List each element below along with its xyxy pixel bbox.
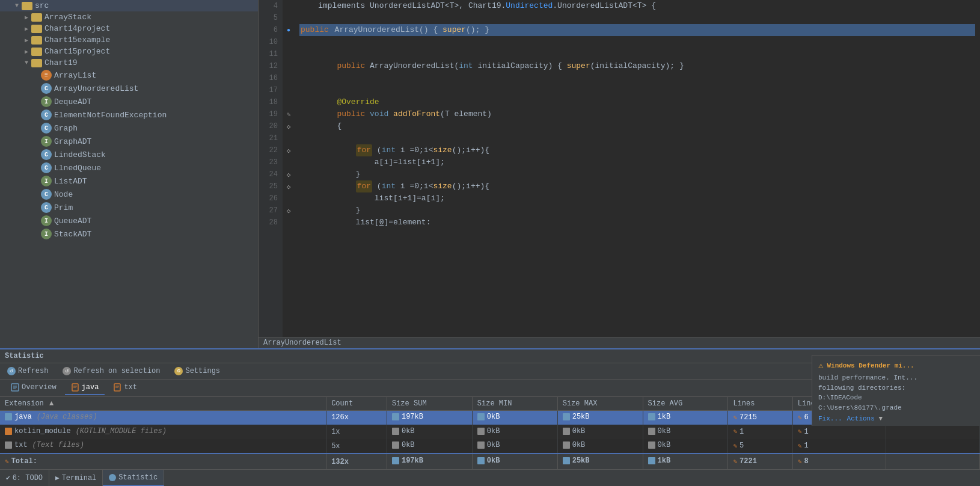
tree-item-chart15pr[interactable]: ▶ Chart15project	[0, 46, 258, 57]
breadcrumb-text: ArrayUnorderedList	[263, 339, 341, 347]
tree-item-lindedstack[interactable]: C LindedStack	[0, 148, 258, 161]
gutter-fold-25[interactable]: ◇	[283, 180, 295, 192]
col-sizeavg[interactable]: Size AVG	[643, 397, 728, 411]
class-icon-queueadt: I	[41, 215, 52, 226]
overview-tab-icon	[11, 383, 19, 392]
footer-sizesum: 197kB	[387, 454, 472, 469]
table-row-kotlin[interactable]: kotlin_module (KOTLIN_MODULE files) 1x 0…	[0, 425, 980, 439]
tree-label-chart15ex: Chart15example	[44, 35, 110, 45]
col-lines[interactable]: Lines	[728, 397, 792, 411]
settings-button[interactable]: ⚙ Settings	[172, 366, 222, 377]
tree-label-lindedstack: LindedStack	[54, 150, 106, 159]
tree-item-arrayunordered[interactable]: C ArrayUnorderedList	[0, 82, 258, 95]
tree-item-chart19[interactable]: ▼ Chart19	[0, 57, 258, 69]
tree-item-elementnotfound[interactable]: C ElementNotFoundException	[0, 108, 258, 122]
sizemin-java-icon	[477, 413, 485, 420]
code-line-21	[299, 132, 975, 144]
code-line-28: list[0]=element:	[299, 217, 975, 229]
tree-item-prim[interactable]: C Prim	[0, 201, 258, 214]
code-line-16	[299, 72, 975, 84]
breadcrumb: ArrayUnorderedList	[259, 337, 980, 348]
tree-item-arraystack[interactable]: ▶ ArrayStack	[0, 11, 258, 23]
sizemin-kotlin-icon	[477, 428, 485, 435]
sizemax-kotlin-icon	[563, 428, 570, 435]
sizeavg-txt-icon	[648, 441, 655, 449]
bottom-bar-terminal[interactable]: ▶ Terminal	[49, 470, 103, 486]
editor-gutter: ● ✎ ◇ ◇ ◇ ◇ ◇	[283, 0, 295, 337]
col-count[interactable]: Count	[326, 397, 387, 411]
tree-item-stackadt[interactable]: I StackADT	[0, 227, 258, 241]
tree-item-listADT[interactable]: I ListADT	[0, 174, 258, 188]
class-icon-stackadt: I	[41, 229, 52, 239]
gutter-fold-24[interactable]: ◇	[283, 168, 295, 180]
tree-item-dequeadt[interactable]: I DequeADT	[0, 95, 258, 108]
footer-sizemax-icon	[563, 457, 570, 464]
tree-label-arraylist: ArrayList	[54, 71, 96, 80]
footer-linesmax	[886, 454, 980, 469]
tree-item-chart14[interactable]: ▶ Chart14project	[0, 23, 258, 34]
col-sizemax[interactable]: Size MAX	[557, 397, 643, 411]
tree-label-graph: Graph	[54, 124, 78, 133]
table-row-txt[interactable]: txt (Text files) 5x 0kB 0kB 0kB	[0, 439, 980, 454]
footer-linesmin: ✎ 8	[792, 454, 886, 469]
tab-txt[interactable]: txt	[107, 381, 143, 395]
tree-item-arraylist[interactable]: ≡ ArrayList	[0, 69, 258, 82]
cell-lines-txt: ✎ 5	[728, 439, 792, 454]
fix-link[interactable]: Fix...	[818, 415, 842, 422]
code-line-27: }	[299, 205, 975, 217]
warning-icon: ⚠	[818, 360, 823, 371]
col-sizesum[interactable]: Size SUM	[387, 397, 472, 411]
java-ext-name: java	[14, 413, 32, 421]
col-extension[interactable]: Extension ▲	[0, 397, 326, 411]
arrow-chart15ex: ▶	[22, 37, 31, 44]
gutter-fold-27[interactable]: ◇	[283, 205, 295, 217]
tree-item-graph[interactable]: C Graph	[0, 122, 258, 135]
cell-lines-kotlin: ✎ 1	[728, 425, 792, 439]
tree-item-llnedqueue[interactable]: C LlnedQueue	[0, 161, 258, 174]
tree-item-chart15ex[interactable]: ▶ Chart15example	[0, 34, 258, 46]
sizeavg-java-icon	[648, 413, 655, 420]
tree-label-chart14: Chart14project	[44, 24, 110, 33]
tab-overview[interactable]: Overview	[5, 381, 63, 395]
lines-txt-pencil: ✎	[733, 442, 737, 450]
folder-icon-chart19	[31, 59, 42, 67]
settings-icon: ⚙	[174, 367, 183, 375]
tree-label-src: src	[35, 1, 49, 10]
todo-icon: ✔	[6, 474, 10, 482]
cell-sizesum-kotlin: 0kB	[387, 425, 472, 439]
kotlin-ext-desc: (KOTLIN_MODULE files)	[76, 427, 167, 435]
tree-item-queueadt[interactable]: I QueueADT	[0, 214, 258, 227]
tab-java[interactable]: java	[65, 381, 105, 395]
refresh-button[interactable]: ↺ Refresh	[5, 366, 51, 377]
arrow-src: ▼	[12, 2, 22, 9]
code-line-25: for (int i =0;i<size();i++){	[299, 180, 975, 192]
tree-label-stackadt: StackADT	[54, 230, 91, 239]
gutter-fold-22[interactable]: ◇	[283, 144, 295, 156]
actions-link[interactable]: Actions ▼	[847, 415, 883, 422]
tree-item-graphadt[interactable]: I GraphADT	[0, 135, 258, 148]
line-numbers: 4 5 6 10 11 12 16 17 18 19 20 21 22 23 2…	[259, 0, 283, 337]
tree-label-chart15pr: Chart15project	[44, 47, 110, 56]
code-content[interactable]: implements UnorderedListADT<T>, Chart19.…	[295, 0, 980, 337]
folder-icon-src	[22, 2, 32, 10]
bottom-bar-statistic[interactable]: Statistic	[103, 470, 164, 486]
bottom-bar-todo[interactable]: ✔ 6: TODO	[0, 470, 49, 486]
col-sizemin[interactable]: Size MIN	[472, 397, 557, 411]
txt-tab-icon	[113, 383, 121, 392]
cell-sizesum-java: 197kB	[387, 410, 472, 425]
txt-ext-name: txt	[14, 441, 28, 449]
sizeavg-kotlin-icon	[648, 428, 655, 435]
footer-sizemin-icon	[477, 457, 485, 464]
gutter-fold-20[interactable]: ◇	[283, 120, 295, 132]
linesmin-txt-pencil: ✎	[798, 442, 802, 450]
footer-sizemax: 25kB	[557, 454, 643, 469]
refresh-on-selection-button[interactable]: ↺ Refresh on selection	[60, 366, 162, 377]
tab-overview-label: Overview	[22, 383, 57, 392]
tree-label-prim: Prim	[54, 203, 73, 212]
class-icon-graph: C	[41, 123, 52, 134]
class-icon-graphadt: I	[41, 136, 52, 147]
cell-lines-java: ✎ 7215	[728, 410, 792, 425]
tree-item-src[interactable]: ▼ src	[0, 0, 258, 11]
footer-label: ✎ Total:	[0, 454, 326, 469]
tree-item-node[interactable]: C Node	[0, 188, 258, 201]
